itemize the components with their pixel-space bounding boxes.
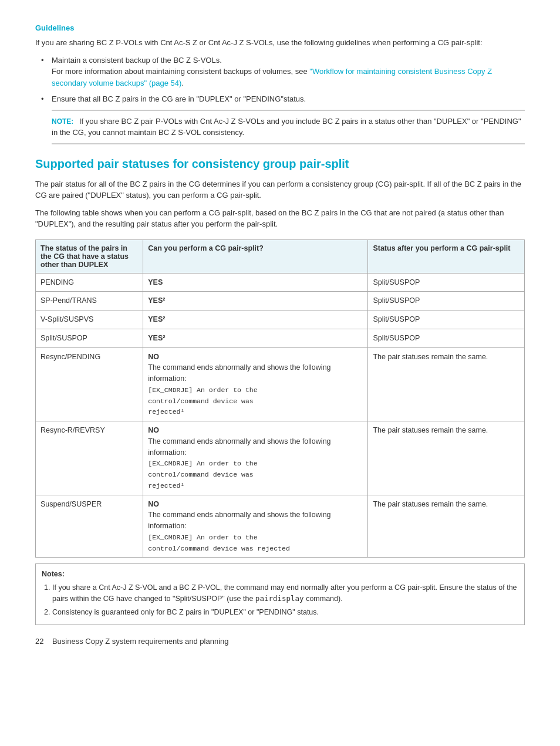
table-cell-can-perform: NOThe command ends abnormally and shows … [143,421,368,495]
table-cell-can-perform: NOThe command ends abnormally and shows … [143,347,368,421]
section-heading: Supported pair statuses for consistency … [35,156,525,171]
table-cell-status-after: The pair statuses remain the same. [368,495,525,558]
table-cell-status-after: The pair statuses remain the same. [368,421,525,495]
table-cell-status-after: The pair statuses remain the same. [368,347,525,421]
note-text: If you share BC Z pair P-VOLs with Cnt A… [52,117,521,137]
table-row: Resync-R/REVRSYNOThe command ends abnorm… [36,421,525,495]
guidelines-section: Guidelines If you are sharing BC Z P-VOL… [35,23,525,144]
table-cell-can-perform: YES² [143,329,368,347]
section-para1: The pair status for all of the BC Z pair… [35,178,525,201]
table-cell-can-perform: NOThe command ends abnormally and shows … [143,495,368,558]
table-row: PENDINGYESSplit/SUSPOP [36,273,525,292]
table-cell-can-perform: YES [143,273,368,292]
guidelines-intro: If you are sharing BC Z P-VOLs with Cnt … [35,37,525,49]
note-box: NOTE: If you share BC Z pair P-VOLs with… [52,110,525,144]
page-footer: 22 Business Copy Z system requirements a… [35,637,525,646]
table-cell-status: V-Split/SUSPVS [36,310,143,329]
bullet-1-sub: For more information about maintaining c… [52,67,492,87]
guidelines-bullet-list: Maintain a consistent backup of the BC Z… [35,55,525,144]
table-cell-status-after: Split/SUSPOP [368,310,525,329]
col-header-3: Status after you perform a CG pair-split [368,239,525,273]
bullet-item-2: Ensure that all BC Z pairs in the CG are… [41,93,525,144]
table-cell-status-after: Split/SUSPOP [368,329,525,347]
bullet-2-main: Ensure that all BC Z pairs in the CG are… [52,94,306,103]
notes-section: Notes: If you share a Cnt Ac-J Z S-VOL a… [35,563,525,625]
table-cell-can-perform: YES² [143,292,368,310]
table-row: Suspend/SUSPERNOThe command ends abnorma… [36,495,525,558]
table-cell-status-after: Split/SUSPOP [368,273,525,292]
bullet-1-main: Maintain a consistent backup of the BC Z… [52,56,222,65]
note-item: Consistency is guaranteed only for BC Z … [52,607,518,618]
section-para2: The following table shows when you can p… [35,207,525,230]
table-row: Split/SUSPOPYES²Split/SUSPOP [36,329,525,347]
table-cell-status: Resync/PENDING [36,347,143,421]
note-item: If you share a Cnt Ac-J Z S-VOL and a BC… [52,582,518,605]
table-row: V-Split/SUSPVSYES²Split/SUSPOP [36,310,525,329]
guidelines-heading: Guidelines [35,23,525,32]
table-cell-status: Suspend/SUSPER [36,495,143,558]
table-header-row: The status of the pairs in the CG that h… [36,239,525,273]
table-cell-status-after: Split/SUSPOP [368,292,525,310]
table-cell-can-perform: YES² [143,310,368,329]
table-row: SP-Pend/TRANSYES²Split/SUSPOP [36,292,525,310]
table-cell-status: Split/SUSPOP [36,329,143,347]
notes-heading: Notes: [42,569,518,580]
bullet-item-1: Maintain a consistent backup of the BC Z… [41,55,525,89]
pair-statuses-section: Supported pair statuses for consistency … [35,156,525,626]
pair-status-table: The status of the pairs in the CG that h… [35,239,525,558]
table-cell-status: Resync-R/REVRSY [36,421,143,495]
table-cell-status: PENDING [36,273,143,292]
col-header-2: Can you perform a CG pair-split? [143,239,368,273]
note-label: NOTE: [52,117,73,126]
page-number: 22 [35,637,43,646]
table-row: Resync/PENDINGNOThe command ends abnorma… [36,347,525,421]
col-header-1: The status of the pairs in the CG that h… [36,239,143,273]
notes-list: If you share a Cnt Ac-J Z S-VOL and a BC… [42,582,518,617]
footer-title: Business Copy Z system requirements and … [52,637,229,646]
table-cell-status: SP-Pend/TRANS [36,292,143,310]
